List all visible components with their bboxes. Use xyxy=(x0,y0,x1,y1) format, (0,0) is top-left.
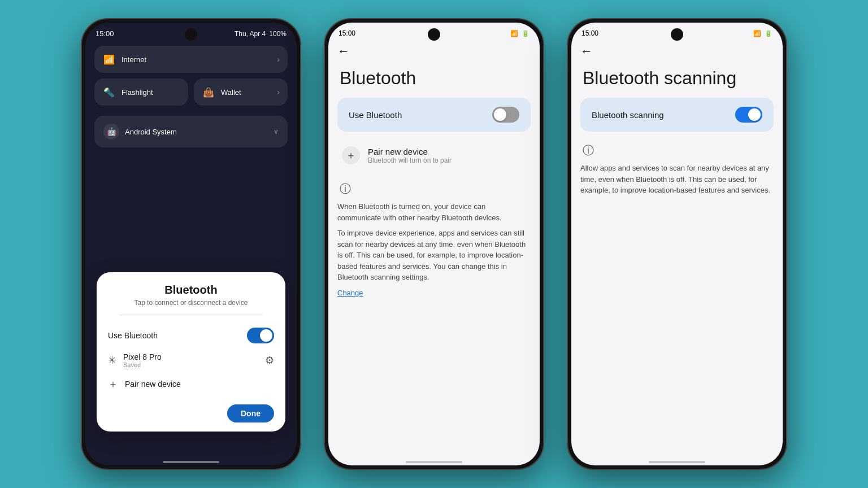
device-row[interactable]: ✳ Pixel 8 Pro Saved ⚙ xyxy=(108,348,274,373)
bluetooth-modal: Bluetooth Tap to connect or disconnect a… xyxy=(97,272,285,432)
internet-tile[interactable]: 📶 Internet › xyxy=(94,46,288,73)
camera-notch-3 xyxy=(671,28,683,41)
flashlight-label: Flashlight xyxy=(121,88,180,97)
use-bluetooth-label: Use Bluetooth xyxy=(108,331,240,340)
use-bluetooth-card: Use Bluetooth xyxy=(337,98,531,132)
info-text-2: To improve device experience, apps and s… xyxy=(337,228,531,283)
toggle-thumb-2 xyxy=(494,108,506,121)
camera-notch-2 xyxy=(428,28,440,41)
back-arrow-icon: ← xyxy=(337,44,350,58)
signal-icon: 📶 xyxy=(510,30,518,37)
chevron-right-icon: › xyxy=(277,55,280,64)
toggle-thumb-3 xyxy=(748,108,761,121)
bluetooth-scanning-screen: 15:00 📶 🔋 ← Bluetooth scanning Bluetooth… xyxy=(571,23,783,465)
android-system-notification: 🤖 Android System ∨ xyxy=(94,116,288,147)
wifi-icon: 📶 xyxy=(102,53,116,66)
bluetooth-settings-screen: 15:00 📶 🔋 ← Bluetooth Use Bluetooth xyxy=(328,23,540,465)
wallet-tile[interactable]: 👜 Wallet › xyxy=(194,79,288,106)
pair-new-row[interactable]: ＋ Pair new device xyxy=(108,373,274,395)
status-icons: Thu, Apr 4 100% xyxy=(235,29,287,38)
plus-icon: ＋ xyxy=(342,146,360,164)
bluetooth-scanning-row[interactable]: Bluetooth scanning xyxy=(580,98,774,132)
use-bluetooth-setting-label: Use Bluetooth xyxy=(349,110,485,120)
pair-new-device-label: Pair new device xyxy=(368,147,452,156)
notification-app-label: Android System xyxy=(125,128,177,136)
home-indicator xyxy=(163,461,219,463)
back-button-3[interactable]: ← xyxy=(571,40,783,63)
info-text-1: When Bluetooth is turned on, your device… xyxy=(337,201,531,223)
toggle-thumb xyxy=(260,329,272,342)
bluetooth-info-block: ⓘ When Bluetooth is turned on, your devi… xyxy=(337,177,531,302)
done-button[interactable]: Done xyxy=(227,404,274,422)
add-icon: ＋ xyxy=(108,377,118,391)
pair-new-device-sub: Bluetooth will turn on to pair xyxy=(368,156,452,164)
scanning-info-block: ⓘ Allow apps and services to scan for ne… xyxy=(580,138,774,205)
wallet-icon: 👜 xyxy=(202,85,215,99)
status-icons-2: 📶 🔋 xyxy=(510,29,530,37)
phone-2: 15:00 📶 🔋 ← Bluetooth Use Bluetooth xyxy=(324,18,544,470)
bluetooth-title: Bluetooth xyxy=(328,63,540,98)
expand-icon[interactable]: ∨ xyxy=(274,128,279,136)
pair-new-info: Pair new device Bluetooth will turn on t… xyxy=(368,147,452,164)
quick-settings-panel: 15:00 Thu, Apr 4 100% 📶 Internet › 🔦 Fla… xyxy=(85,23,297,465)
status-time-3: 15:00 xyxy=(581,29,598,37)
home-indicator-2 xyxy=(406,461,462,463)
back-arrow-icon-3: ← xyxy=(580,44,593,58)
info-icon: ⓘ xyxy=(337,181,531,197)
phone-1: 15:00 Thu, Apr 4 100% 📶 Internet › 🔦 Fla… xyxy=(81,18,301,470)
device-info: Pixel 8 Pro Saved xyxy=(123,352,258,368)
camera-notch xyxy=(185,28,197,41)
date-label: Thu, Apr 4 xyxy=(235,30,266,38)
bluetooth-scanning-card: Bluetooth scanning xyxy=(580,98,774,132)
device-icon: ✳ xyxy=(108,354,116,367)
bluetooth-scanning-label: Bluetooth scanning xyxy=(592,110,728,120)
use-bluetooth-row: Use Bluetooth xyxy=(108,323,274,348)
gear-icon[interactable]: ⚙ xyxy=(265,354,274,367)
device-status: Saved xyxy=(123,361,258,368)
wallet-label: Wallet xyxy=(221,88,271,97)
home-indicator-3 xyxy=(649,461,705,463)
use-bluetooth-toggle[interactable] xyxy=(247,328,274,343)
signal-icon-3: 📶 xyxy=(753,30,761,37)
scanning-title: Bluetooth scanning xyxy=(571,63,783,98)
battery-icon: 100% xyxy=(269,30,287,38)
use-bluetooth-setting-row[interactable]: Use Bluetooth xyxy=(337,98,531,132)
device-name: Pixel 8 Pro xyxy=(123,352,258,361)
battery-icon-2: 🔋 xyxy=(522,30,530,37)
done-button-container: Done xyxy=(108,404,274,422)
status-time: 15:00 xyxy=(96,29,114,38)
pair-new-device-row[interactable]: ＋ Pair new device Bluetooth will turn on… xyxy=(331,138,537,172)
use-bluetooth-setting-toggle[interactable] xyxy=(492,107,519,123)
bluetooth-modal-title: Bluetooth xyxy=(108,284,274,297)
change-link[interactable]: Change xyxy=(337,289,363,297)
status-icons-3: 📶 🔋 xyxy=(753,29,772,37)
internet-label: Internet xyxy=(121,55,271,64)
modal-divider xyxy=(119,315,263,315)
info-icon-3: ⓘ xyxy=(580,143,774,158)
quick-tiles-grid: 📶 Internet › 🔦 Flashlight 👜 Wallet › xyxy=(85,40,297,111)
flashlight-tile[interactable]: 🔦 Flashlight xyxy=(94,79,188,106)
pair-new-label: Pair new device xyxy=(125,380,274,389)
status-time-2: 15:00 xyxy=(338,29,355,37)
bluetooth-scanning-toggle[interactable] xyxy=(735,107,762,123)
flashlight-icon: 🔦 xyxy=(102,85,116,99)
back-button[interactable]: ← xyxy=(328,40,540,63)
wallet-chevron-icon: › xyxy=(277,88,280,97)
scanning-info-text: Allow apps and services to scan for near… xyxy=(580,163,774,196)
android-icon: 🤖 xyxy=(103,124,119,140)
bluetooth-modal-subtitle: Tap to connect or disconnect a device xyxy=(108,299,274,307)
phone-3: 15:00 📶 🔋 ← Bluetooth scanning Bluetooth… xyxy=(567,18,787,470)
battery-icon-3: 🔋 xyxy=(765,30,772,37)
